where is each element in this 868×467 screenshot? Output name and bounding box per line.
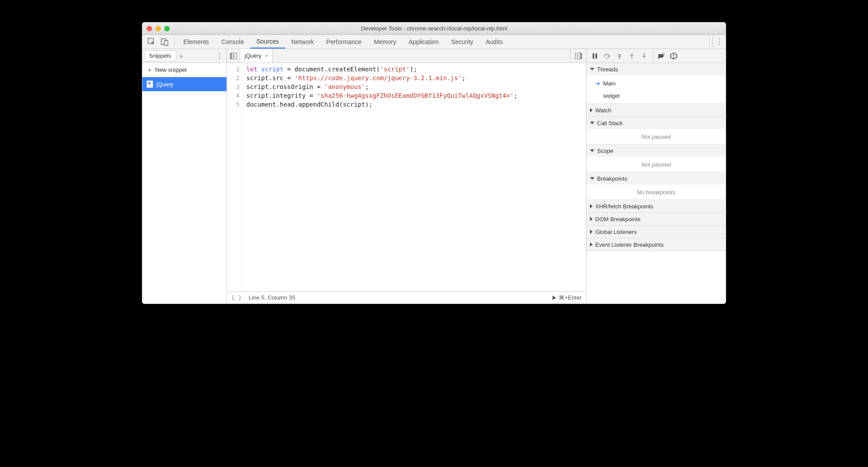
panel-tab-security[interactable]: Security bbox=[445, 35, 480, 48]
step-over-button[interactable] bbox=[601, 51, 613, 61]
debugger-sidebar: Threads ➔ Main widget Watch bbox=[586, 49, 726, 304]
svg-point-12 bbox=[644, 53, 645, 54]
scope-header[interactable]: Scope bbox=[586, 145, 726, 157]
chevron-right-icon bbox=[590, 204, 593, 208]
pretty-print-icon[interactable]: { } bbox=[231, 294, 241, 301]
show-debugger-icon[interactable] bbox=[570, 49, 586, 63]
callstack-message: Not paused bbox=[586, 129, 726, 144]
chevron-right-icon bbox=[590, 242, 593, 247]
threads-section: Threads ➔ Main widget bbox=[586, 63, 726, 104]
scope-message: Not paused bbox=[586, 157, 726, 172]
thread-name: Main bbox=[603, 80, 616, 87]
chevron-right-icon bbox=[590, 217, 593, 221]
step-out-button[interactable] bbox=[626, 51, 638, 61]
titlebar: Developer Tools - chrome-search://local-… bbox=[142, 22, 726, 35]
panel-tab-application[interactable]: Application bbox=[402, 35, 445, 48]
panel-tab-sources[interactable]: Sources bbox=[250, 35, 285, 48]
inspect-element-icon[interactable] bbox=[145, 35, 158, 48]
svg-rect-14 bbox=[673, 55, 674, 56]
device-toolbar-icon[interactable] bbox=[158, 35, 171, 48]
breakpoints-header[interactable]: Breakpoints bbox=[586, 172, 726, 185]
thread-item[interactable]: widget bbox=[586, 89, 726, 102]
svg-point-10 bbox=[619, 58, 620, 59]
current-thread-arrow-icon: ➔ bbox=[595, 80, 601, 87]
debugger-toolbar bbox=[586, 49, 726, 63]
svg-point-11 bbox=[631, 58, 633, 59]
window-title: Developer Tools - chrome-search://local-… bbox=[142, 25, 726, 32]
svg-rect-8 bbox=[596, 53, 597, 59]
editor-pane: jQuery × 12345 let script = document.cre… bbox=[227, 49, 586, 304]
callstack-section: Call Stack Not paused bbox=[586, 117, 726, 145]
panel-tab-audits[interactable]: Audits bbox=[479, 35, 509, 48]
step-button[interactable] bbox=[638, 51, 650, 61]
svg-rect-4 bbox=[230, 53, 232, 59]
thread-item[interactable]: ➔ Main bbox=[586, 77, 726, 89]
xhr-breakpoints-section: XHR/fetch Breakpoints bbox=[586, 200, 726, 213]
section-label: Call Stack bbox=[597, 120, 623, 126]
navigator-menu-icon[interactable]: ⋮ bbox=[213, 52, 226, 60]
more-tabs-icon[interactable]: » bbox=[178, 52, 185, 59]
panel-tab-console[interactable]: Console bbox=[215, 35, 250, 48]
editor-tabs: jQuery × bbox=[227, 49, 586, 63]
line-gutter: 12345 bbox=[227, 63, 243, 291]
chevron-right-icon bbox=[590, 108, 593, 112]
editor-file-tab[interactable]: jQuery × bbox=[240, 49, 273, 63]
snippet-name: jQuery bbox=[156, 81, 173, 88]
toolbar-separator bbox=[709, 37, 710, 47]
step-into-button[interactable] bbox=[614, 51, 625, 61]
close-tab-icon[interactable]: × bbox=[265, 53, 268, 59]
plus-icon: ＋ bbox=[147, 66, 152, 74]
panel-body: Snippets » ⋮ ＋ New snippet jQuery jQuery bbox=[142, 49, 726, 304]
devtools-window: Developer Tools - chrome-search://local-… bbox=[142, 22, 726, 304]
thread-name: widget bbox=[603, 93, 620, 99]
panel-tab-performance[interactable]: Performance bbox=[320, 35, 367, 48]
callstack-header[interactable]: Call Stack bbox=[586, 117, 726, 129]
breakpoints-message: No breakpoints bbox=[586, 185, 726, 200]
chevron-down-icon bbox=[590, 122, 594, 124]
dom-breakpoints-header[interactable]: DOM Breakpoints bbox=[586, 213, 726, 225]
navigator-sidebar: Snippets » ⋮ ＋ New snippet jQuery bbox=[142, 49, 227, 304]
play-icon bbox=[553, 296, 556, 300]
panel-tab-memory[interactable]: Memory bbox=[368, 35, 403, 48]
watch-section: Watch bbox=[586, 104, 726, 117]
panel-tab-elements[interactable]: Elements bbox=[177, 35, 215, 48]
section-label: XHR/fetch Breakpoints bbox=[595, 203, 653, 210]
svg-rect-6 bbox=[579, 53, 582, 59]
global-listeners-header[interactable]: Global Listeners bbox=[586, 226, 726, 238]
global-listeners-section: Global Listeners bbox=[586, 226, 726, 238]
panel-tab-network[interactable]: Network bbox=[285, 35, 320, 48]
code-editor[interactable]: 12345 let script = document.createElemen… bbox=[227, 63, 586, 291]
chevron-right-icon bbox=[590, 230, 593, 234]
main-toolbar: ElementsConsoleSourcesNetworkPerformance… bbox=[142, 35, 726, 49]
event-listener-breakpoints-section: Event Listener Breakpoints bbox=[586, 238, 726, 251]
navigator-tabs: Snippets » ⋮ bbox=[142, 49, 226, 63]
hide-navigator-icon[interactable] bbox=[227, 49, 240, 63]
snippet-item[interactable]: jQuery bbox=[142, 77, 226, 91]
section-label: Watch bbox=[595, 107, 611, 114]
run-shortcut: ⌘+Enter bbox=[559, 294, 582, 301]
section-label: DOM Breakpoints bbox=[595, 216, 641, 222]
watch-header[interactable]: Watch bbox=[586, 104, 726, 116]
svg-point-9 bbox=[606, 57, 607, 59]
svg-rect-7 bbox=[593, 53, 594, 59]
pause-on-exceptions-button[interactable] bbox=[668, 51, 679, 61]
cursor-position: Line 5, Column 35 bbox=[249, 294, 295, 301]
scope-section: Scope Not paused bbox=[586, 145, 726, 172]
xhr-breakpoints-header[interactable]: XHR/fetch Breakpoints bbox=[586, 200, 726, 212]
toolbar-menu-icon[interactable]: ⋮ bbox=[712, 35, 726, 48]
pause-button[interactable] bbox=[589, 51, 601, 61]
svg-rect-2 bbox=[164, 41, 168, 45]
new-snippet-button[interactable]: ＋ New snippet bbox=[142, 63, 226, 77]
section-label: Threads bbox=[597, 66, 618, 73]
new-snippet-label: New snippet bbox=[155, 67, 187, 73]
code-content: let script = document.createElement('scr… bbox=[243, 63, 521, 291]
run-snippet-button[interactable]: ⌘+Enter bbox=[553, 294, 582, 301]
section-label: Breakpoints bbox=[597, 175, 627, 182]
event-listener-breakpoints-header[interactable]: Event Listener Breakpoints bbox=[586, 238, 726, 251]
dom-breakpoints-section: DOM Breakpoints bbox=[586, 213, 726, 226]
threads-header[interactable]: Threads bbox=[586, 63, 726, 75]
editor-statusbar: { } Line 5, Column 35 ⌘+Enter bbox=[227, 291, 586, 304]
deactivate-breakpoints-button[interactable] bbox=[656, 51, 667, 61]
editor-file-name: jQuery bbox=[245, 52, 261, 59]
snippets-tab[interactable]: Snippets bbox=[144, 50, 176, 61]
